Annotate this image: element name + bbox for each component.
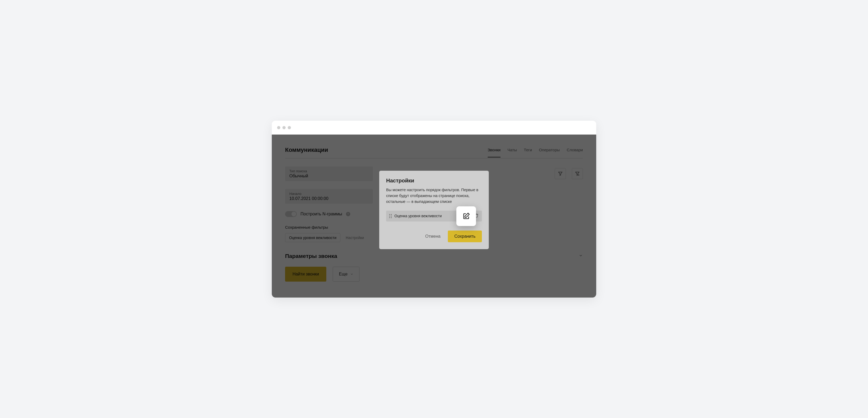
edit-icon[interactable] — [456, 206, 476, 226]
cancel-button[interactable]: Отмена — [425, 234, 440, 239]
dialog-description: Вы можете настроить порядок фильтров. Пе… — [386, 187, 482, 205]
window-titlebar — [272, 121, 596, 134]
save-button[interactable]: Сохранить — [448, 230, 482, 242]
drag-handle-icon[interactable] — [389, 214, 392, 218]
traffic-light-close-icon[interactable] — [277, 126, 280, 129]
sortable-filter-item[interactable]: Оценка уровня вежливости — [386, 211, 482, 222]
dialog-title: Настройки — [386, 178, 482, 184]
traffic-light-min-icon[interactable] — [282, 126, 286, 129]
traffic-light-max-icon[interactable] — [288, 126, 291, 129]
settings-dialog: Настройки Вы можете настроить порядок фи… — [379, 171, 489, 249]
